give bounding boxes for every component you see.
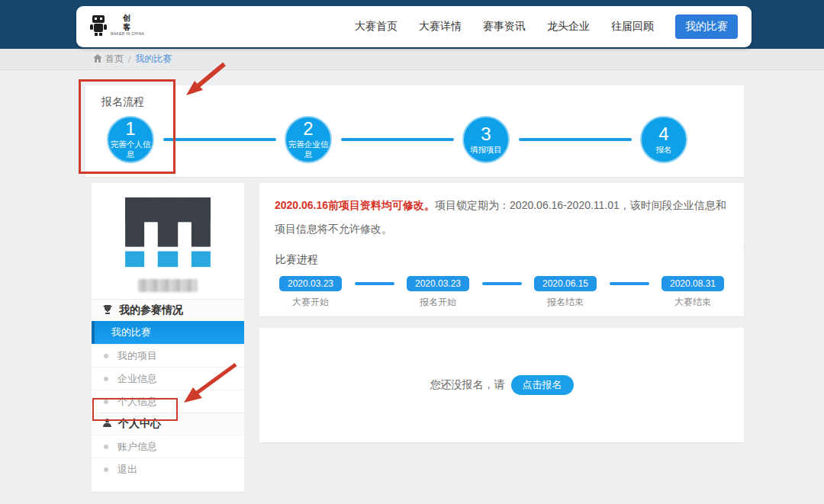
process-step-3: 3 填报项目 — [440, 116, 532, 163]
bullet-icon — [104, 377, 108, 381]
timeline-panel: 比赛进程 2020.03.23 大赛开始 2020.03.23 报名开始 202… — [259, 246, 744, 316]
breadcrumb-separator: / — [128, 54, 130, 65]
site-logo[interactable]: 创 客 MAKER IN CHINA — [89, 14, 144, 40]
sidebar-item-label: 我的比赛 — [111, 326, 151, 339]
milestone-contest-start: 2020.03.23 大赛开始 — [279, 276, 342, 309]
milestone-date: 2020.03.23 — [279, 276, 342, 291]
milestone-label: 报名结束 — [547, 296, 584, 309]
sidebar-item-personal-info[interactable]: 个人信息 — [92, 390, 244, 413]
header: 创 客 MAKER IN CHINA 大赛首页 大赛详情 赛事资讯 龙头企业 往… — [76, 6, 752, 47]
sidebar-section-personal-center: 个人中心 — [92, 413, 244, 435]
registration-status-panel: 您还没报名，请 点击报名 — [259, 328, 744, 442]
sidebar-item-logout[interactable]: 退出 — [92, 457, 244, 480]
breadcrumb-bar: 首页 / 我的比赛 — [0, 49, 824, 70]
sidebar-item-my-contest[interactable]: 我的比赛 — [92, 321, 244, 344]
registration-process-panel: 报名流程 1 完善个人信息 2 完善企业信息 3 填报项目 4 报名 — [85, 85, 744, 177]
nav-item-enterprises[interactable]: 龙头企业 — [547, 20, 590, 34]
sidebar-item-account-info[interactable]: 账户信息 — [92, 435, 244, 457]
sidebar-section-participation: 我的参赛情况 — [92, 299, 244, 321]
notice-highlight: 2020.06.16前项目资料均可修改。 — [275, 199, 435, 211]
bullet-icon — [104, 354, 108, 358]
step-number: 3 — [481, 125, 491, 143]
nav-item-past[interactable]: 往届回顾 — [611, 20, 654, 34]
bullet-icon — [104, 445, 108, 449]
trophy-icon — [102, 304, 113, 317]
section-title: 个人中心 — [118, 417, 161, 431]
sidebar-item-label: 企业信息 — [117, 372, 157, 386]
step-label: 报名 — [643, 145, 684, 155]
step-number: 4 — [658, 125, 668, 143]
click-to-register-button[interactable]: 点击报名 — [511, 375, 574, 395]
step-label: 完善个人信息 — [110, 140, 151, 159]
step-label: 完善企业信息 — [288, 140, 329, 159]
step-number: 2 — [303, 120, 313, 138]
notice-panel: 2020.06.16前项目资料均可修改。项目锁定期为：2020.06.16-20… — [259, 183, 744, 252]
sidebar-item-my-projects[interactable]: 我的项目 — [92, 344, 244, 367]
milestone-label: 大赛开始 — [292, 296, 329, 309]
sidebar-item-label: 退出 — [117, 463, 137, 477]
sidebar-item-company-info[interactable]: 企业信息 — [92, 367, 244, 390]
milestone-signup-end: 2020.06.15 报名结束 — [534, 276, 597, 309]
registration-status-text: 您还没报名，请 — [430, 378, 505, 392]
process-step-4: 4 报名 — [618, 116, 710, 163]
user-org-logo — [92, 183, 244, 276]
nav-item-details[interactable]: 大赛详情 — [419, 20, 462, 34]
sidebar-item-label: 我的项目 — [117, 349, 157, 363]
bullet-icon — [104, 400, 108, 404]
step-connector — [341, 138, 454, 141]
process-step-1: 1 完善个人信息 — [85, 116, 176, 163]
home-icon — [93, 54, 102, 65]
milestone-date: 2020.06.15 — [534, 276, 597, 291]
timeline-title: 比赛进程 — [259, 246, 744, 267]
logo-tagline: MAKER IN CHINA — [111, 32, 144, 36]
breadcrumb: 首页 / 我的比赛 — [93, 53, 172, 66]
logo-text: 创 客 — [123, 14, 132, 31]
sidebar-item-label: 个人信息 — [117, 395, 157, 409]
main-nav: 大赛首页 大赛详情 赛事资讯 龙头企业 往届回顾 我的比赛 — [355, 14, 738, 39]
timeline-row: 2020.03.23 大赛开始 2020.03.23 报名开始 2020.06.… — [259, 267, 744, 309]
milestone-date: 2020.03.23 — [407, 276, 469, 291]
section-title: 我的参赛情况 — [119, 303, 183, 317]
step-label: 填报项目 — [465, 145, 507, 155]
process-step-2: 2 完善企业信息 — [262, 116, 354, 163]
sidebar: 我的参赛情况 我的比赛 我的项目 企业信息 个人信息 个人中心 账户信息 退出 — [92, 183, 244, 492]
breadcrumb-current: 我的比赛 — [135, 53, 172, 66]
process-title: 报名流程 — [85, 85, 744, 109]
sidebar-item-label: 账户信息 — [117, 440, 157, 454]
bullet-icon — [104, 467, 108, 472]
step-connector — [163, 138, 276, 141]
timeline-connector — [610, 282, 649, 285]
milestone-signup-start: 2020.03.23 报名开始 — [407, 276, 469, 309]
timeline-connector — [355, 282, 394, 285]
milestone-label: 大赛结束 — [674, 296, 711, 309]
milestone-label: 报名开始 — [420, 296, 456, 309]
step-number: 1 — [125, 120, 135, 138]
breadcrumb-home[interactable]: 首页 — [93, 53, 124, 66]
step-connector — [519, 138, 632, 141]
milestone-contest-end: 2020.08.31 大赛结束 — [661, 276, 724, 309]
my-contest-button[interactable]: 我的比赛 — [675, 14, 738, 39]
milestone-date: 2020.08.31 — [661, 276, 724, 291]
timeline-connector — [482, 282, 522, 285]
nav-item-news[interactable]: 赛事资讯 — [483, 20, 526, 34]
user-icon — [102, 418, 112, 430]
nav-item-home[interactable]: 大赛首页 — [355, 20, 398, 34]
maker-logo-icon — [89, 14, 108, 40]
user-name-redacted — [138, 279, 198, 292]
